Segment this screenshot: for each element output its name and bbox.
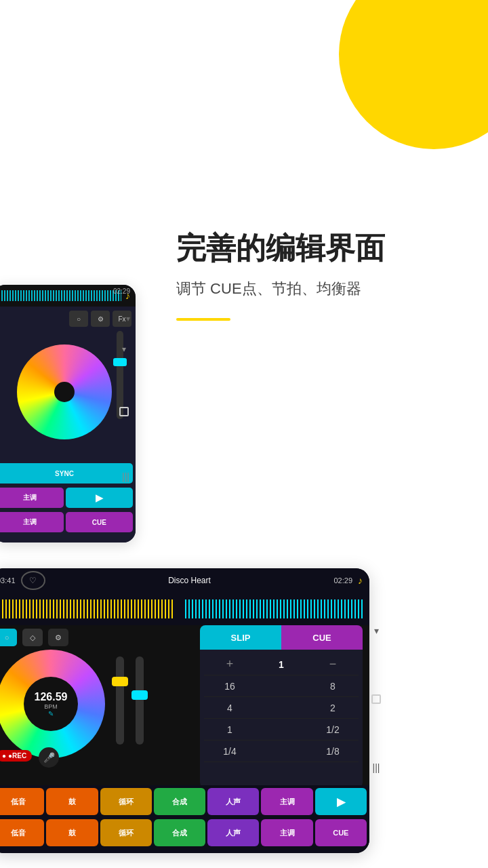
d2-topbar: 03:41 ♡ Disco Heart 02:29 ♪ xyxy=(0,568,369,593)
text-section: 完善的编辑界面 调节 CUE点、节拍、均衡器 xyxy=(176,231,468,321)
d2-diamond-btn[interactable]: ◇ xyxy=(22,629,43,646)
beat-1[interactable]: 1 xyxy=(256,659,307,670)
small-square-icon-1 xyxy=(119,407,129,416)
d2-synth-btn-2[interactable]: 合成 xyxy=(154,819,205,846)
d2-time-left: 03:41 xyxy=(0,576,16,585)
play-button[interactable]: ▶ xyxy=(66,488,134,508)
d2-square-icon xyxy=(371,694,381,704)
cue-button-1[interactable]: CUE xyxy=(66,512,134,532)
d2-drum-btn-2[interactable]: 鼓 xyxy=(46,819,98,846)
d2-btn-row-1: 低音 鼓 循环 合成 人声 主调 ▶ xyxy=(0,785,369,816)
page-subtitle: 调节 CUE点、节拍、均衡器 xyxy=(176,279,468,299)
d2-vocal-btn-1[interactable]: 人声 xyxy=(207,788,259,815)
d2-turntable-center: 126.59 BPM ✎ xyxy=(24,677,78,731)
btn-row-cue: 主调 CUE xyxy=(0,510,136,534)
heartbeat-icon: ♡ xyxy=(21,571,45,590)
d2-key-btn-1[interactable]: 主调 xyxy=(261,788,312,815)
d2-note-icon: ♪ xyxy=(358,575,363,586)
turntable-1[interactable] xyxy=(17,344,112,439)
d2-vocal-btn-2[interactable]: 人声 xyxy=(207,819,259,846)
btn-row-sync: SYNC xyxy=(0,461,136,486)
cue-tab[interactable]: CUE xyxy=(281,625,363,650)
rec-label: ●REC xyxy=(8,752,26,760)
d2-mic-button[interactable]: 🎤 xyxy=(39,747,59,768)
beat-minus[interactable]: − xyxy=(307,657,359,671)
d2-resize-handle: ||| xyxy=(373,762,380,773)
beat-16[interactable]: 16 xyxy=(204,681,256,692)
d2-cue-btn-2[interactable]: CUE xyxy=(315,819,367,846)
fader-thumb-1[interactable] xyxy=(113,358,127,366)
zhudiao2-button[interactable]: 主调 xyxy=(0,512,64,532)
d2-waveforms xyxy=(0,593,369,625)
eq-btn[interactable]: ⚙ xyxy=(91,311,110,327)
d2-time-right: 02:29 xyxy=(333,576,352,585)
d2-fader-cyan-thumb[interactable] xyxy=(131,690,148,700)
track-time: 02:29 xyxy=(113,288,130,295)
beat-row-5: 1/4 1/8 xyxy=(204,741,359,762)
beat-4[interactable]: 4 xyxy=(204,703,256,713)
waveform-visual xyxy=(0,290,121,301)
d2-bpm-value: 126.59 xyxy=(35,691,68,703)
d2-bottom-buttons: 低音 鼓 循环 合成 人声 主调 ▶ 低音 鼓 循环 合成 人声 主调 CUE xyxy=(0,785,369,853)
controls-row-1: ○ ⚙ Fx ▾ xyxy=(0,307,136,331)
d2-fader-yellow-thumb[interactable] xyxy=(112,677,128,686)
d2-dropdown-right[interactable]: ▾ xyxy=(374,625,379,636)
beat-row-2: 16 8 xyxy=(204,675,359,697)
d2-rec-button[interactable]: ● ●REC xyxy=(0,750,32,762)
d2-fader-cyan[interactable] xyxy=(136,656,144,745)
d2-waveform-right xyxy=(185,599,364,618)
beat-1b[interactable]: 1 xyxy=(204,724,256,735)
d2-key-btn-2[interactable]: 主调 xyxy=(261,819,312,846)
decorative-blob xyxy=(339,0,488,149)
circle-btn[interactable]: ○ xyxy=(69,311,88,327)
beat-grid: + 1 − 16 8 4 2 1 1/2 xyxy=(200,650,363,766)
slip-tab[interactable]: SLIP xyxy=(200,625,281,650)
d2-gear-btn[interactable]: ⚙ xyxy=(48,629,68,646)
beat-half[interactable]: 1/2 xyxy=(307,724,359,735)
beat-row-4: 1 1/2 xyxy=(204,719,359,741)
d2-turntable[interactable]: 126.59 BPM ✎ xyxy=(0,650,105,758)
sync-button[interactable]: SYNC xyxy=(0,463,133,484)
d2-bpm-label: BPM xyxy=(44,703,58,710)
d2-edit-icon: ✎ xyxy=(48,710,54,717)
d2-play-btn[interactable]: ▶ xyxy=(315,788,367,815)
d2-fader-yellow[interactable] xyxy=(116,656,124,745)
d2-drum-btn-1[interactable]: 鼓 xyxy=(46,788,98,815)
device-2-screen: 03:41 ♡ Disco Heart 02:29 ♪ ○ ◇ ⚙ ≡ ⚙ Fx… xyxy=(0,568,369,853)
turntable-center xyxy=(54,382,75,402)
d2-loop-btn-1[interactable]: 循环 xyxy=(100,788,152,815)
cue-slip-tabs: SLIP CUE xyxy=(200,625,363,650)
dropdown-arrow-icon[interactable]: ▾ xyxy=(126,314,130,323)
d2-bass-btn-2[interactable]: 低音 xyxy=(0,819,44,846)
beat-2[interactable]: 2 xyxy=(307,703,359,713)
chevron-down-icon-1: ▾ xyxy=(122,344,126,354)
zhudiao1-button[interactable]: 主调 xyxy=(0,488,64,508)
beat-8[interactable]: 8 xyxy=(307,681,359,692)
device-mockup-2: 03:41 ♡ Disco Heart 02:29 ♪ ○ ◇ ⚙ ≡ ⚙ Fx… xyxy=(0,568,369,853)
beat-row-1: + 1 − xyxy=(204,654,359,675)
bottom-buttons-1: SYNC 主调 ▶ 主调 CUE xyxy=(0,461,136,542)
rec-dot: ● xyxy=(2,752,6,760)
d2-synth-btn-1[interactable]: 合成 xyxy=(154,788,205,815)
beat-plus[interactable]: + xyxy=(204,657,256,671)
turntable-area-1 xyxy=(0,331,136,453)
page-title: 完善的编辑界面 xyxy=(176,231,468,267)
d2-circle-btn[interactable]: ○ xyxy=(0,629,17,646)
mic-icon: 🎤 xyxy=(43,752,55,763)
d2-waveform-left xyxy=(0,599,174,618)
d2-loop-btn-2[interactable]: 循环 xyxy=(100,819,152,846)
d2-bass-btn-1[interactable]: 低音 xyxy=(0,788,44,815)
d2-right-panel: ▾ ||| xyxy=(371,625,381,773)
waveform-bar-1: ♪ 02:29 xyxy=(0,285,136,307)
d2-song-title: Disco Heart xyxy=(51,576,329,585)
device-1-screen: ♪ 02:29 ○ ⚙ Fx ▾ SYNC 主调 xyxy=(0,285,136,542)
resize-handle-1: ||| xyxy=(122,471,129,482)
d2-btn-row-2: 低音 鼓 循环 合成 人声 主调 CUE xyxy=(0,816,369,848)
d2-cue-slip-panel: SLIP CUE + 1 − 16 8 4 2 xyxy=(200,625,363,788)
accent-line xyxy=(176,318,230,321)
btn-row-play: 主调 ▶ xyxy=(0,486,136,510)
beat-quarter[interactable]: 1/4 xyxy=(204,746,256,757)
device-mockup-1: ♪ 02:29 ○ ⚙ Fx ▾ SYNC 主调 xyxy=(0,285,136,542)
beat-row-3: 4 2 xyxy=(204,697,359,719)
beat-eighth[interactable]: 1/8 xyxy=(307,746,359,757)
